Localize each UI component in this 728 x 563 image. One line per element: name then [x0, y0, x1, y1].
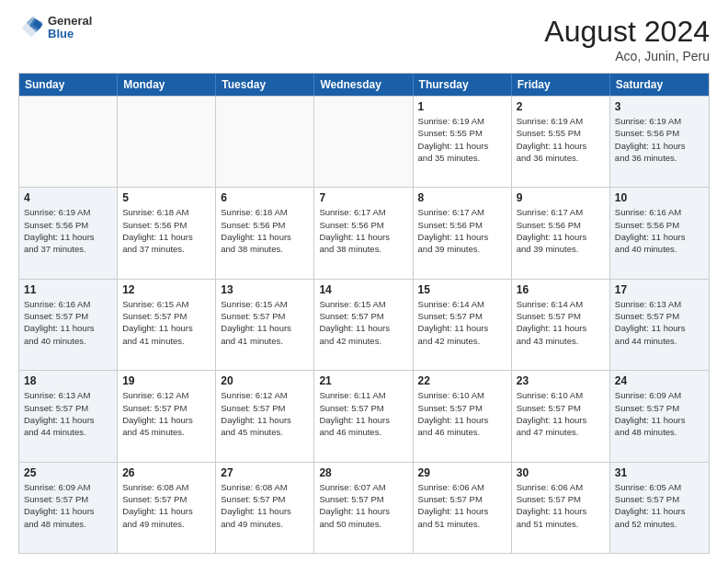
cell-line: and 51 minutes. [418, 518, 506, 530]
day-cell-31: 31Sunrise: 6:05 AMSunset: 5:57 PMDayligh… [610, 463, 709, 553]
logo-text: General Blue [48, 15, 92, 41]
cell-line: Sunset: 5:57 PM [122, 310, 210, 322]
cell-line: Sunrise: 6:06 AM [517, 481, 605, 493]
cell-line: Sunrise: 6:05 AM [615, 481, 704, 493]
cell-line: Sunset: 5:57 PM [418, 402, 506, 414]
cell-line: Daylight: 11 hours [221, 231, 309, 243]
day-number: 23 [517, 374, 605, 387]
day-cell-6: 6Sunrise: 6:18 AMSunset: 5:56 PMDaylight… [216, 188, 314, 278]
header: General Blue August 2024 Aco, Junin, Per… [18, 15, 710, 63]
cell-line: and 40 minutes. [615, 243, 704, 255]
logo-general: General [48, 15, 92, 28]
day-number: 21 [319, 374, 407, 387]
cell-line: Sunrise: 6:13 AM [24, 389, 112, 401]
cell-line: Sunrise: 6:10 AM [418, 389, 506, 401]
cell-line: and 38 minutes. [221, 243, 309, 255]
cell-line: Sunset: 5:57 PM [24, 402, 112, 414]
cal-week-5: 25Sunrise: 6:09 AMSunset: 5:57 PMDayligh… [19, 462, 709, 553]
day-cell-25: 25Sunrise: 6:09 AMSunset: 5:57 PMDayligh… [19, 463, 118, 553]
cell-line: and 41 minutes. [221, 335, 309, 347]
cell-line: Daylight: 11 hours [122, 414, 210, 426]
cell-line: and 46 minutes. [319, 426, 407, 438]
cell-line: Daylight: 11 hours [615, 414, 704, 426]
day-cell-23: 23Sunrise: 6:10 AMSunset: 5:57 PMDayligh… [512, 371, 610, 461]
cell-line: Sunset: 5:56 PM [319, 219, 407, 231]
cell-line: Daylight: 11 hours [122, 231, 210, 243]
day-cell-19: 19Sunrise: 6:12 AMSunset: 5:57 PMDayligh… [118, 371, 216, 461]
empty-cell [118, 97, 216, 187]
title-block: August 2024 Aco, Junin, Peru [544, 15, 710, 63]
cell-line: Daylight: 11 hours [615, 505, 704, 517]
cell-line: Sunrise: 6:12 AM [122, 389, 210, 401]
day-number: 20 [221, 374, 309, 387]
cell-line: Daylight: 11 hours [319, 231, 407, 243]
cell-line: Sunset: 5:56 PM [122, 219, 210, 231]
cell-line: Sunset: 5:56 PM [615, 127, 704, 139]
day-header-saturday: Saturday [610, 74, 709, 96]
day-cell-9: 9Sunrise: 6:17 AMSunset: 5:56 PMDaylight… [512, 188, 610, 278]
cell-line: and 40 minutes. [24, 335, 112, 347]
cal-week-3: 11Sunrise: 6:16 AMSunset: 5:57 PMDayligh… [19, 279, 709, 370]
cell-line: Sunrise: 6:14 AM [517, 298, 605, 310]
cell-line: Daylight: 11 hours [615, 231, 704, 243]
cell-line: and 46 minutes. [418, 426, 506, 438]
cell-line: and 37 minutes. [24, 243, 112, 255]
cell-line: Daylight: 11 hours [418, 505, 506, 517]
day-number: 11 [24, 283, 112, 296]
day-number: 28 [319, 466, 407, 479]
day-cell-17: 17Sunrise: 6:13 AMSunset: 5:57 PMDayligh… [610, 280, 709, 370]
cell-line: Sunset: 5:56 PM [615, 219, 704, 231]
cell-line: Sunrise: 6:12 AM [221, 389, 309, 401]
day-cell-2: 2Sunrise: 6:19 AMSunset: 5:55 PMDaylight… [512, 97, 610, 187]
day-cell-29: 29Sunrise: 6:06 AMSunset: 5:57 PMDayligh… [414, 463, 512, 553]
cell-line: Sunset: 5:57 PM [319, 493, 407, 505]
day-number: 18 [24, 374, 112, 387]
cell-line: Daylight: 11 hours [418, 140, 506, 152]
day-number: 25 [24, 466, 112, 479]
day-number: 24 [615, 374, 704, 387]
empty-cell [216, 97, 314, 187]
day-cell-10: 10Sunrise: 6:16 AMSunset: 5:56 PMDayligh… [610, 188, 709, 278]
cal-week-4: 18Sunrise: 6:13 AMSunset: 5:57 PMDayligh… [19, 370, 709, 461]
day-cell-15: 15Sunrise: 6:14 AMSunset: 5:57 PMDayligh… [414, 280, 512, 370]
day-cell-14: 14Sunrise: 6:15 AMSunset: 5:57 PMDayligh… [314, 280, 413, 370]
day-cell-11: 11Sunrise: 6:16 AMSunset: 5:57 PMDayligh… [19, 280, 118, 370]
cell-line: Daylight: 11 hours [418, 414, 506, 426]
cell-line: and 42 minutes. [418, 335, 506, 347]
day-number: 4 [24, 191, 112, 204]
logo-icon [18, 15, 44, 40]
cell-line: Sunset: 5:57 PM [615, 402, 704, 414]
cell-line: Sunset: 5:57 PM [24, 493, 112, 505]
cell-line: Daylight: 11 hours [122, 322, 210, 334]
day-number: 12 [122, 283, 210, 296]
day-number: 2 [517, 100, 605, 113]
cell-line: Daylight: 11 hours [615, 140, 704, 152]
cell-line: Sunset: 5:57 PM [221, 402, 309, 414]
cell-line: Sunset: 5:55 PM [517, 127, 605, 139]
cell-line: and 41 minutes. [122, 335, 210, 347]
day-number: 31 [615, 466, 704, 479]
cell-line: Daylight: 11 hours [418, 231, 506, 243]
cell-line: and 45 minutes. [221, 426, 309, 438]
day-number: 5 [122, 191, 210, 204]
page: General Blue August 2024 Aco, Junin, Per… [0, 0, 728, 563]
day-header-friday: Friday [512, 74, 610, 96]
cell-line: and 39 minutes. [418, 243, 506, 255]
cell-line: Sunrise: 6:08 AM [221, 481, 309, 493]
day-cell-7: 7Sunrise: 6:17 AMSunset: 5:56 PMDaylight… [314, 188, 413, 278]
day-cell-5: 5Sunrise: 6:18 AMSunset: 5:56 PMDaylight… [118, 188, 216, 278]
cell-line: Sunrise: 6:17 AM [418, 206, 506, 218]
cell-line: and 36 minutes. [615, 152, 704, 164]
cell-line: Daylight: 11 hours [122, 505, 210, 517]
cell-line: and 45 minutes. [122, 426, 210, 438]
cell-line: Daylight: 11 hours [24, 322, 112, 334]
cell-line: and 49 minutes. [221, 518, 309, 530]
cell-line: and 35 minutes. [418, 152, 506, 164]
cell-line: Sunset: 5:57 PM [517, 402, 605, 414]
cell-line: Sunset: 5:56 PM [221, 219, 309, 231]
day-number: 27 [221, 466, 309, 479]
day-cell-30: 30Sunrise: 6:06 AMSunset: 5:57 PMDayligh… [512, 463, 610, 553]
day-number: 13 [221, 283, 309, 296]
day-number: 26 [122, 466, 210, 479]
day-number: 14 [319, 283, 407, 296]
